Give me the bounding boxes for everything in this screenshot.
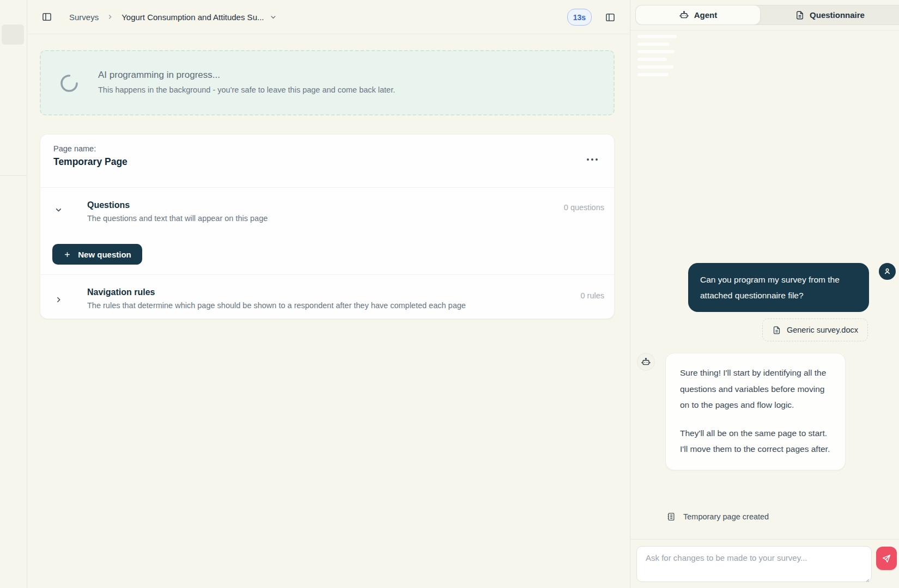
header-right-cluster: 13s — [567, 0, 616, 34]
tab-agent[interactable]: Agent — [636, 5, 760, 24]
plus-icon — [63, 250, 71, 259]
sidebar-toggle-icon[interactable] — [41, 11, 52, 22]
robot-icon — [641, 357, 651, 367]
questions-count: 0 questions — [564, 203, 604, 212]
banner-title: AI programming in progress... — [98, 70, 220, 81]
composer-divider — [630, 539, 899, 540]
main-column: Surveys Yogurt Consumption and Attitudes… — [28, 0, 629, 588]
tab-questionnaire[interactable]: Questionnaire — [760, 5, 899, 24]
journal-icon — [666, 512, 676, 522]
card-divider — [40, 187, 614, 188]
chat-input[interactable] — [636, 546, 872, 582]
person-icon — [883, 267, 892, 276]
survey-title-dropdown-icon[interactable] — [269, 13, 277, 21]
ai-progress-banner: AI programming in progress... This happe… — [40, 50, 615, 115]
banner-subtitle: This happens in the background - you're … — [98, 85, 395, 94]
navigation-section-subtitle: The rules that determine which page shou… — [87, 301, 466, 310]
breadcrumb-survey-title[interactable]: Yogurt Consumption and Attitudes Su... — [122, 13, 264, 22]
tool-note-text: Temporary page created — [683, 512, 769, 521]
user-avatar — [879, 263, 896, 280]
panel-tabbar: Agent Questionnaire — [630, 0, 899, 30]
questions-section-subtitle: The questions and text that will appear … — [87, 214, 268, 223]
questions-section-title: Questions — [87, 200, 130, 210]
user-message-bubble: Can you program my survey from the attac… — [688, 263, 869, 312]
breadcrumb-surveys[interactable]: Surveys — [69, 13, 99, 22]
new-question-label: New question — [78, 250, 131, 259]
panel-tabs: Agent Questionnaire — [635, 5, 899, 25]
skeleton-rows — [637, 35, 677, 81]
tab-agent-label: Agent — [694, 10, 718, 20]
questions-collapse-icon[interactable] — [54, 205, 63, 215]
agent-panel: Agent Questionnaire Can you program my s… — [630, 0, 899, 588]
left-rail — [0, 0, 27, 588]
send-button[interactable] — [876, 547, 897, 570]
breadcrumb: Surveys Yogurt Consumption and Attitudes… — [69, 13, 277, 22]
rail-collapsed-item[interactable] — [2, 24, 24, 45]
agent-avatar — [637, 353, 655, 371]
agent-message-paragraph: Sure thing! I'll start by identifying al… — [680, 365, 831, 413]
tab-questionnaire-label: Questionnaire — [810, 10, 865, 20]
rail-divider — [0, 175, 27, 176]
robot-icon — [679, 10, 689, 20]
spinner-icon — [59, 74, 79, 93]
file-icon — [772, 326, 781, 335]
survey-builder-app: Surveys Yogurt Consumption and Attitudes… — [0, 0, 899, 588]
attachment-chip[interactable]: Generic survey.docx — [762, 318, 868, 341]
attachment-name: Generic survey.docx — [787, 326, 858, 334]
agent-message-paragraph: They'll all be on the same page to start… — [680, 425, 831, 457]
card-divider — [40, 274, 614, 275]
main-header: Surveys Yogurt Consumption and Attitudes… — [28, 0, 629, 34]
paper-plane-icon — [882, 554, 891, 564]
right-panel-toggle-icon[interactable] — [605, 12, 616, 23]
page-menu-ellipsis-icon[interactable] — [587, 158, 598, 161]
navigation-count: 0 rules — [580, 291, 604, 300]
page-name-label: Page name: — [53, 144, 96, 153]
agent-message-bubble: Sure thing! I'll start by identifying al… — [665, 353, 846, 470]
tool-note: Temporary page created — [666, 512, 769, 522]
timer-badge[interactable]: 13s — [567, 9, 592, 26]
document-icon — [795, 10, 805, 20]
page-card: Page name: Temporary Page Questions The … — [40, 134, 615, 319]
navigation-expand-icon[interactable] — [54, 295, 63, 304]
new-question-button[interactable]: New question — [52, 244, 142, 265]
page-name-value: Temporary Page — [53, 156, 127, 168]
navigation-section-title: Navigation rules — [87, 287, 155, 297]
chevron-right-icon — [106, 13, 114, 21]
